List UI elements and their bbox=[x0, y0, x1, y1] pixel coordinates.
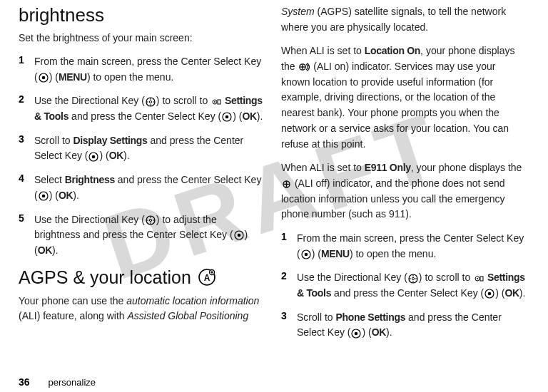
step-number: 3 bbox=[281, 310, 297, 341]
ok-label: OK bbox=[504, 287, 519, 299]
text: Select bbox=[34, 174, 65, 185]
svg-text:A: A bbox=[203, 273, 210, 283]
list-item: 3 Scroll to Phone Settings and press the… bbox=[281, 310, 527, 341]
list-item: 3 Scroll to Display Settings and press t… bbox=[19, 133, 264, 164]
text: When ALI is set to bbox=[281, 162, 365, 173]
text: ) to scroll to bbox=[156, 95, 210, 106]
text-italic: System bbox=[281, 6, 315, 17]
center-select-key-icon bbox=[234, 230, 244, 240]
text: ). bbox=[73, 190, 79, 201]
agps-intro-paragraph: Your phone can use the automatic locatio… bbox=[19, 294, 264, 324]
list-item: 2 Use the Directional Key () to scroll t… bbox=[19, 93, 264, 124]
text: and press the Center Select Key ( bbox=[331, 287, 484, 299]
directional-key-icon bbox=[408, 274, 418, 284]
svg-point-16 bbox=[41, 195, 45, 198]
page-content: brightness Set the brightness of your ma… bbox=[0, 0, 548, 392]
brightness-label: Brightness bbox=[65, 174, 115, 185]
step-number: 1 bbox=[19, 54, 34, 85]
svg-point-37 bbox=[304, 253, 308, 257]
heading-agps: AGPS & your location A bbox=[19, 267, 264, 288]
ok-label: OK bbox=[59, 190, 73, 201]
step-body: From the main screen, press the Center S… bbox=[297, 231, 527, 262]
ali-off-paragraph: When ALI is set to E911 Only, your phone… bbox=[281, 160, 527, 222]
text: ) to open the menu. bbox=[87, 71, 173, 83]
display-settings-label: Display Settings bbox=[73, 135, 147, 146]
text: , your phone displays the bbox=[411, 162, 522, 173]
svg-point-24 bbox=[237, 234, 240, 237]
text-italic: Assisted Global Positioning bbox=[128, 310, 249, 321]
right-column: System (AGPS) satellite signals, to tell… bbox=[273, 0, 535, 392]
step-number: 2 bbox=[19, 93, 34, 124]
directional-key-icon bbox=[146, 215, 156, 225]
text: ) ( bbox=[312, 248, 321, 259]
agps-heading-icon: A bbox=[198, 268, 216, 287]
ok-label: OK bbox=[109, 150, 123, 161]
heading-text: AGPS & your location bbox=[19, 267, 191, 288]
ok-label: OK bbox=[38, 244, 52, 256]
text: ) ( bbox=[49, 71, 59, 83]
ali-off-icon bbox=[282, 180, 291, 189]
step-body: Use the Directional Key () to adjust the… bbox=[34, 212, 264, 259]
menu-label: MENU bbox=[321, 248, 350, 259]
text: (ALI) feature, along with bbox=[19, 310, 128, 321]
step-body: Use the Directional Key () to scroll to … bbox=[297, 270, 527, 301]
text: (ALI on) indicator. Services may use you… bbox=[281, 61, 509, 149]
ali-on-icon bbox=[298, 62, 310, 72]
text: ). bbox=[257, 110, 263, 122]
svg-point-9 bbox=[214, 101, 215, 103]
step-body: From the main screen, press the Center S… bbox=[34, 54, 264, 85]
settings-tools-icon bbox=[211, 98, 221, 106]
text: Your phone can use the bbox=[19, 295, 126, 306]
center-select-key-icon bbox=[222, 112, 232, 122]
step-number: 1 bbox=[281, 231, 297, 262]
left-column: brightness Set the brightness of your ma… bbox=[10, 0, 273, 392]
heading-brightness: brightness bbox=[19, 4, 264, 26]
ali-on-paragraph: When ALI is set to Location On, your pho… bbox=[281, 43, 527, 152]
text: Use the Directional Key ( bbox=[34, 95, 145, 106]
step-body: Scroll to Display Settings and press the… bbox=[34, 133, 264, 164]
list-item: 1 From the main screen, press the Center… bbox=[281, 231, 527, 262]
center-select-key-icon bbox=[351, 329, 361, 339]
svg-point-14 bbox=[92, 155, 96, 158]
phone-settings-label: Phone Settings bbox=[335, 311, 405, 323]
svg-rect-10 bbox=[218, 100, 220, 104]
list-item: 4 Select Brightness and press the Center… bbox=[19, 172, 264, 203]
center-select-key-icon bbox=[88, 152, 98, 162]
svg-rect-46 bbox=[480, 277, 483, 281]
center-select-key-icon bbox=[39, 73, 49, 83]
text: ). bbox=[519, 287, 526, 299]
step-body: Scroll to Phone Settings and press the C… bbox=[297, 310, 527, 341]
ok-label: OK bbox=[372, 326, 386, 338]
svg-point-39 bbox=[412, 277, 414, 279]
text: ) to scroll to bbox=[419, 272, 473, 283]
svg-point-12 bbox=[225, 115, 229, 119]
svg-point-3 bbox=[149, 100, 151, 103]
center-select-key-icon bbox=[39, 191, 49, 201]
text: When ALI is set to bbox=[281, 45, 365, 56]
step-number: 4 bbox=[19, 172, 34, 203]
center-select-key-icon bbox=[484, 289, 494, 299]
text: (ALI off) indicator, and the phone does … bbox=[281, 177, 505, 220]
list-item: 5 Use the Directional Key () to adjust t… bbox=[19, 212, 264, 259]
text: and press the Center Select Key ( bbox=[68, 110, 221, 122]
step-number: 3 bbox=[19, 133, 34, 164]
svg-point-1 bbox=[41, 76, 45, 80]
text: Use the Directional Key ( bbox=[34, 214, 145, 225]
text: ). bbox=[386, 326, 392, 338]
text: ) to open the menu. bbox=[350, 248, 436, 259]
svg-point-45 bbox=[477, 278, 478, 279]
center-select-key-icon bbox=[301, 249, 311, 259]
step-number: 5 bbox=[19, 212, 34, 259]
svg-point-48 bbox=[488, 292, 492, 296]
text: Use the Directional Key ( bbox=[297, 272, 407, 283]
list-item: 1 From the main screen, press the Center… bbox=[19, 54, 264, 85]
text: ). bbox=[52, 244, 59, 256]
directional-key-icon bbox=[146, 97, 156, 107]
text-italic: automatic location information bbox=[126, 295, 259, 306]
location-on-label: Location On bbox=[365, 45, 420, 56]
brightness-subhead: Set the brightness of your main screen: bbox=[19, 31, 264, 46]
text: Scroll to bbox=[297, 311, 335, 323]
menu-label: MENU bbox=[59, 71, 87, 83]
text: ). bbox=[123, 150, 130, 161]
text: (AGPS) satellite signals, to tell the ne… bbox=[281, 6, 506, 33]
